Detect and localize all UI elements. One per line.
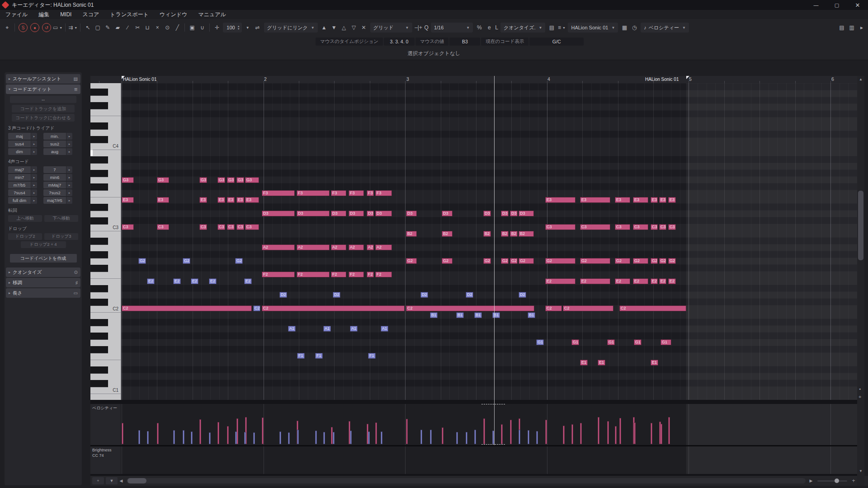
auto-scroll-button[interactable]: ⇉▼ (68, 23, 77, 32)
nudge-start-right-icon[interactable]: ▼ (330, 23, 339, 32)
create-chord-event-button[interactable]: コードイベントを作成 (10, 254, 77, 263)
black-key[interactable] (90, 319, 108, 326)
scroll-right-arrow[interactable]: ▶ (807, 479, 815, 483)
inversion-up-button[interactable]: 上へ移動 (8, 215, 42, 222)
black-key[interactable] (90, 346, 108, 353)
section-transpose[interactable]: ▸移調 ♯ (6, 278, 80, 287)
chord-button-min7[interactable]: min7▸ (8, 174, 37, 181)
chord-button-maj[interactable]: maj▸ (8, 133, 37, 140)
acoustic-feedback-button[interactable]: ↺ (42, 23, 51, 32)
black-key[interactable] (90, 251, 108, 258)
add-chord-track-button[interactable]: コードトラックを追加 (12, 105, 75, 113)
close-button[interactable]: ✕ (847, 0, 868, 10)
chord-variant-arrow-icon[interactable]: ▸ (31, 174, 37, 181)
match-chord-track-button[interactable]: コードトラックに合わせる (12, 114, 75, 122)
nudge-left-icon[interactable]: △ (340, 23, 349, 32)
record-in-editor-button[interactable]: ● (30, 23, 39, 32)
velocity-lane-content[interactable] (121, 404, 857, 445)
chord-variant-arrow-icon[interactable]: ▸ (31, 148, 37, 155)
chord-variant-arrow-icon[interactable]: ▸ (31, 182, 37, 188)
quantize-preset-select[interactable]: 1/16▼ (431, 23, 473, 33)
black-key[interactable] (90, 170, 108, 177)
chord-button-maj75[interactable]: maj7/#5▸ (43, 197, 72, 204)
pointer-mode-icon[interactable]: ▭▼ (53, 23, 62, 32)
inversion-down-button[interactable]: 下へ移動 (44, 215, 78, 222)
line-tool[interactable]: ╱ (173, 23, 182, 32)
black-key[interactable] (90, 183, 108, 191)
chord-variant-arrow-icon[interactable]: ▸ (66, 182, 72, 188)
cc-lane-content[interactable] (121, 446, 857, 474)
chord-button-7[interactable]: 7▸ (43, 166, 72, 173)
mute-tool[interactable]: × (153, 23, 162, 32)
black-key[interactable] (90, 333, 108, 340)
piano-keyboard[interactable]: C4C3C2C1 (90, 83, 121, 400)
scroll-down-arrow[interactable]: ▼ (857, 468, 864, 474)
time-display-icon[interactable]: ◷ (630, 23, 639, 32)
hzoom-handle[interactable] (835, 479, 839, 483)
step-input-icon[interactable]: ✛ (212, 23, 222, 32)
swing-icon[interactable]: % (475, 23, 484, 32)
chord-button-7sus4[interactable]: 7sus4▸ (8, 189, 37, 196)
erase-tool[interactable]: ▰ (113, 23, 122, 32)
chord-variant-arrow-icon[interactable]: ▸ (31, 197, 37, 204)
nudge-right-icon[interactable]: ▽ (349, 23, 359, 32)
snap-off-icon[interactable]: ✕ (359, 23, 368, 32)
split-tool[interactable]: ✂ (133, 23, 142, 32)
timeline-ruler[interactable]: 23456HALion Sonic 01HALion Sonic 01 (90, 76, 857, 84)
chord-variant-arrow-icon[interactable]: ▸ (66, 133, 72, 140)
chord-button-7sus2[interactable]: 7sus2▸ (43, 189, 72, 196)
section-chord-edit[interactable]: ▾コードエディット ≣ (6, 84, 80, 94)
black-key[interactable] (90, 285, 108, 292)
black-key[interactable] (90, 238, 108, 245)
chord-variant-arrow-icon[interactable]: ▸ (66, 197, 72, 204)
section-quantize[interactable]: ▸クオンタイズ ⊙ (6, 267, 80, 277)
chord-button-sus4[interactable]: sus4▸ (8, 141, 37, 147)
curve-icon[interactable]: ∪ (198, 23, 207, 32)
minimize-button[interactable]: — (806, 0, 826, 10)
scroll-left-arrow[interactable]: ◀ (118, 479, 125, 483)
chord-button-aug[interactable]: aug▸ (43, 148, 72, 155)
length-quantize-select[interactable]: クオンタイズ.▼ (500, 23, 546, 33)
grid-link-select[interactable]: グリッドにリンク▼ (264, 23, 318, 33)
chord-button-min[interactable]: min.▸ (43, 133, 72, 140)
black-key[interactable] (90, 299, 108, 306)
insert-velocity-spinner[interactable]: 100 ▲▼ (223, 23, 241, 33)
nudge-start-left-icon[interactable]: ▲ (320, 23, 329, 32)
menu-item-3[interactable]: スコア (77, 10, 104, 19)
menu-item-0[interactable]: ファイル (0, 10, 33, 19)
add-lane-button[interactable]: + (92, 477, 104, 484)
grid-overlay-icon[interactable]: ▦ (620, 23, 629, 32)
section-length[interactable]: ▸長さ ▭ (6, 288, 80, 298)
chord-button-maj7[interactable]: maj7▸ (8, 166, 37, 173)
hzoom-track[interactable] (817, 480, 847, 482)
lane-splitter[interactable] (90, 400, 857, 404)
hscroll-thumb[interactable] (127, 478, 146, 483)
chord-variant-arrow-icon[interactable]: ▸ (66, 174, 72, 181)
lane-preset-dropdown[interactable]: ▼ (106, 477, 118, 484)
black-key[interactable] (90, 102, 108, 109)
chord-variant-arrow-icon[interactable]: ▸ (66, 189, 72, 196)
comp-icon[interactable]: ▣ (188, 23, 197, 32)
drop2-button[interactable]: ドロップ2 (8, 233, 42, 240)
pin-icon[interactable]: ⌖ (3, 23, 12, 32)
black-key[interactable] (90, 122, 108, 130)
trim-tool[interactable]: ∕ (123, 23, 132, 32)
vscroll-thumb[interactable] (858, 191, 863, 260)
menu-item-1[interactable]: 編集 (33, 10, 55, 19)
menu-item-4[interactable]: トランスポート (104, 10, 154, 19)
menu-item-6[interactable]: マニュアル (193, 10, 231, 19)
black-key[interactable] (90, 136, 108, 143)
solo-editor-button[interactable]: S (19, 23, 28, 32)
hzoom-in-button[interactable]: + (850, 478, 857, 484)
part-select[interactable]: HALion Sonic 01▼ (568, 23, 618, 33)
relative-grid-icon[interactable]: ‒|+ (414, 23, 423, 32)
drop3-button[interactable]: ドロップ3 (44, 233, 78, 240)
chord-button-min6[interactable]: min6▸ (43, 174, 72, 181)
menu-item-5[interactable]: ウィンドウ (154, 10, 193, 19)
layers-icon[interactable]: ≡▼ (557, 23, 566, 32)
piano-display-icon[interactable]: ▤ (547, 23, 556, 32)
menu-item-2[interactable]: MIDI (55, 10, 77, 19)
toolbar-more-icon[interactable]: ▸ (857, 23, 866, 32)
chord-button-mMaj7[interactable]: mMaj7▸ (43, 182, 72, 188)
select-tool[interactable]: ↖ (83, 23, 92, 32)
